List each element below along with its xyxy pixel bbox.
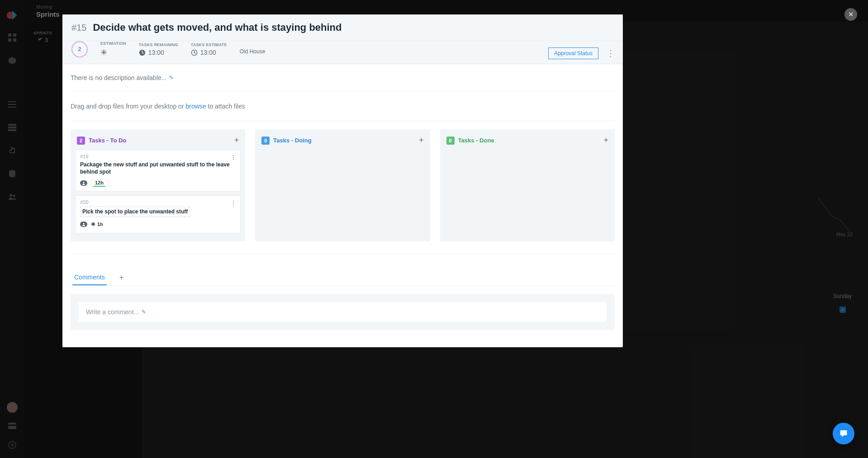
svg-point-21	[83, 182, 84, 183]
tabs-row: Comments +	[71, 270, 615, 286]
time-chip[interactable]: 12h	[91, 179, 108, 187]
doing-count-badge: 0	[261, 137, 270, 145]
comment-area: Write a comment... ✎	[71, 294, 615, 330]
clock-outline-icon	[191, 49, 198, 56]
tasks-remaining-value: 13:00	[139, 49, 178, 56]
done-add-icon[interactable]: +	[603, 136, 608, 145]
column-done: 0 Tasks - Done +	[440, 129, 615, 241]
description-placeholder[interactable]: There is no description available... ✎	[71, 72, 615, 91]
doing-title: Tasks - Doing	[273, 137, 311, 144]
approval-status-button[interactable]: Approval Status	[548, 47, 598, 59]
browse-link[interactable]: browse	[185, 103, 206, 110]
chat-fab-button[interactable]	[833, 423, 854, 444]
tab-add-icon[interactable]: +	[119, 274, 123, 282]
tasks-estimate-label: TASKS ESTIMATE	[191, 42, 227, 47]
task-card[interactable]: ⋮ #19 Package the new stuff and put unwa…	[75, 150, 241, 192]
modal-title-row: #15 Decide what gets moved, and what is …	[62, 14, 623, 41]
assignee-icon[interactable]	[80, 180, 87, 186]
clock-filled-icon	[139, 49, 146, 56]
close-modal-button[interactable]: ✕	[844, 8, 857, 21]
task-seq: #15	[71, 23, 86, 33]
done-title: Tasks - Done	[458, 137, 494, 144]
task-tag[interactable]: Old House	[240, 48, 266, 57]
card-more-icon[interactable]: ⋮	[230, 199, 237, 207]
task-card-title: Package the new stuff and put unwanted s…	[80, 161, 236, 175]
task-board: 2 Tasks - To Do + ⋮ #19 Package the new …	[71, 129, 615, 241]
task-detail-modal: #15 Decide what gets moved, and what is …	[62, 14, 623, 347]
edit-pencil-icon: ✎	[142, 309, 146, 315]
tab-comments[interactable]: Comments	[72, 270, 107, 285]
task-card-title: Pick the spot to place the unwanted stuf…	[80, 207, 236, 217]
todo-title: Tasks - To Do	[89, 137, 126, 144]
estimation-label: ESTIMATION	[100, 41, 126, 46]
tasks-estimate-value: 13:00	[191, 49, 227, 56]
edit-pencil-icon[interactable]: ✎	[169, 75, 174, 81]
estimate-circle[interactable]: 2	[71, 41, 88, 57]
column-todo: 2 Tasks - To Do + ⋮ #19 Package the new …	[71, 129, 245, 241]
modal-meta-row: 2 ESTIMATION ✳ TASKS REMAINING 13:00 TAS…	[62, 41, 623, 64]
task-id: #20	[80, 199, 236, 205]
doing-add-icon[interactable]: +	[419, 136, 424, 145]
task-card[interactable]: ⋮ #20 Pick the spot to place the unwante…	[75, 195, 241, 233]
task-title[interactable]: Decide what gets moved, and what is stay…	[93, 22, 342, 33]
snowflake-icon: ✳	[100, 47, 107, 57]
comment-input[interactable]: Write a comment... ✎	[79, 302, 607, 322]
chat-bubble-icon	[839, 429, 849, 439]
column-doing: 0 Tasks - Doing +	[255, 129, 430, 241]
tasks-remaining-label: TASKS REMAINING	[139, 42, 178, 47]
svg-point-22	[83, 223, 84, 224]
snowflake-icon: ✳	[91, 221, 95, 227]
todo-count-badge: 2	[77, 137, 85, 145]
task-id: #19	[80, 154, 236, 159]
modal-more-icon[interactable]: ⋮	[607, 48, 615, 58]
card-more-icon[interactable]: ⋮	[230, 154, 237, 161]
modal-body: There is no description available... ✎ D…	[62, 64, 623, 347]
attachment-dropzone[interactable]: Drag and drop files from your desktop or…	[71, 100, 615, 121]
time-chip[interactable]: ✳ 1h	[91, 221, 107, 228]
todo-add-icon[interactable]: +	[234, 136, 239, 145]
done-count-badge: 0	[446, 137, 455, 145]
assignee-icon[interactable]	[80, 222, 87, 227]
